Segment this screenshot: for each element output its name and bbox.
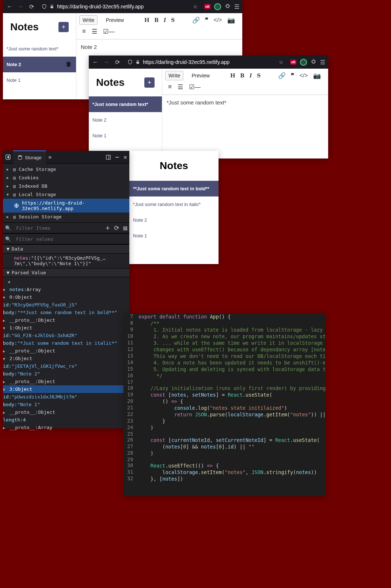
code-icon[interactable]: </>: [299, 72, 308, 79]
app-title: Notes: [129, 151, 219, 181]
reload-icon[interactable]: ⟳: [28, 3, 35, 10]
quote-icon[interactable]: ❞: [205, 16, 208, 24]
code-table: 7export default function App() {8 /**9 1…: [124, 313, 325, 482]
note-item[interactable]: Note 1: [89, 128, 162, 144]
image-icon[interactable]: 📷: [313, 72, 321, 80]
code-icon[interactable]: </>: [213, 16, 222, 24]
note-item[interactable]: Note 1: [129, 228, 219, 244]
back-icon[interactable]: ←: [6, 3, 13, 10]
bold-icon[interactable]: B: [240, 72, 244, 79]
kebab-icon[interactable]: ⋯: [113, 153, 121, 161]
note-item[interactable]: *Just some random text in italic*: [129, 196, 219, 212]
note-item[interactable]: Note 2: [89, 112, 162, 128]
quote-icon[interactable]: ❞: [291, 72, 294, 80]
url-bar[interactable]: https://darling-druid-32ec95.netlify.app…: [125, 57, 286, 67]
hamburger-icon[interactable]: ☰: [234, 3, 239, 10]
heading-icon[interactable]: H: [230, 72, 235, 79]
italic-icon[interactable]: I: [250, 72, 252, 79]
tree-session-storage[interactable]: ▶▤Session Storage: [3, 213, 129, 221]
link-icon[interactable]: 🔗: [278, 72, 286, 80]
extension-green-icon[interactable]: [300, 59, 307, 66]
tab-preview[interactable]: Preview: [189, 71, 213, 80]
tab-storage[interactable]: Storage: [13, 150, 46, 164]
url-bar[interactable]: https://darling-druid-32ec95.netlify.app…: [39, 2, 201, 11]
bold-icon[interactable]: B: [154, 16, 158, 24]
tree-origin[interactable]: https://darling-druid-32ec95.netlify.app: [3, 199, 129, 213]
close-icon[interactable]: ✕: [121, 153, 129, 161]
hamburger-icon[interactable]: ☰: [320, 59, 325, 66]
parsed-item-2[interactable]: ▼ 2:Object: [3, 355, 129, 362]
notes-list: *Just some random text* Note 2 🗑 Note 1: [3, 41, 76, 88]
star-icon[interactable]: ☆: [193, 4, 198, 9]
star-icon[interactable]: ☆: [279, 59, 284, 65]
app-title: Notes: [96, 77, 125, 88]
dock-icon[interactable]: [103, 154, 113, 160]
ulist-icon[interactable]: ≡: [82, 28, 86, 35]
parsed-notes-array[interactable]: ▼ notes:Array: [3, 286, 129, 293]
parsed-item-1[interactable]: ▼ 1:Object: [3, 324, 129, 332]
heading-icon[interactable]: H: [144, 16, 149, 24]
parsed-item-3-selected[interactable]: ▼ 3:Object: [3, 385, 129, 393]
shield-icon: [128, 60, 133, 65]
extensions-icon[interactable]: [225, 4, 231, 9]
refresh-icon[interactable]: ⟳: [112, 224, 121, 232]
note-item-active[interactable]: Note 2 🗑: [3, 57, 76, 72]
filter-values-input[interactable]: [13, 236, 129, 242]
forward-icon[interactable]: →: [17, 3, 24, 10]
reload-icon[interactable]: ⟳: [114, 58, 121, 66]
editor-content[interactable]: *Just some random text*: [162, 95, 328, 159]
ulist-icon[interactable]: ≡: [168, 83, 172, 91]
checklist-icon[interactable]: ☑―: [189, 83, 201, 91]
sidebar: Notes + *Just some random text* Note 2 🗑…: [3, 13, 76, 99]
more-tabs-icon[interactable]: »: [46, 153, 54, 161]
forward-icon[interactable]: →: [103, 58, 110, 66]
tab-write[interactable]: Write: [79, 15, 98, 25]
strike-icon[interactable]: S: [257, 72, 260, 79]
add-icon[interactable]: +: [104, 224, 112, 232]
tree-local-storage[interactable]: ▼▤Local Storage: [3, 190, 129, 199]
add-note-button[interactable]: +: [144, 77, 155, 88]
olist-icon[interactable]: ☰: [178, 83, 183, 91]
tree-indexed-db[interactable]: ▶▤Indexed DB: [3, 182, 129, 190]
app-title: Notes: [10, 21, 39, 33]
delete-all-icon[interactable]: ▤: [121, 224, 129, 232]
note-item[interactable]: Note 2: [129, 212, 219, 228]
extensions-icon[interactable]: [311, 59, 316, 65]
data-row[interactable]: notes:"[{\"id\":\"R3cyQmzPFVSg_…7m\",\"b…: [3, 253, 129, 268]
checklist-icon[interactable]: ☑―: [103, 28, 115, 35]
devtools-panel: Storage » ⋯ ✕ ▶▤Cache Storage ▶▤Cookies …: [3, 151, 129, 428]
filter-items-bar: 🔍 + ⟳ ▤: [3, 222, 129, 233]
extension-green-icon[interactable]: [214, 3, 221, 10]
notes-list: **Just some random text in bold** *Just …: [129, 181, 219, 244]
trash-icon[interactable]: 🗑: [66, 61, 72, 68]
svg-point-1: [18, 155, 22, 157]
link-icon[interactable]: 🔗: [192, 16, 200, 24]
inspector-icon[interactable]: [3, 154, 13, 160]
section-parsed[interactable]: ▼Parsed Value: [3, 268, 129, 277]
strike-icon[interactable]: S: [171, 16, 174, 24]
ublock-icon[interactable]: uB: [204, 4, 210, 9]
url-text: https://darling-druid-32ec95.netlify.app: [143, 59, 229, 65]
browser-window-b: ← → ⟳ https://darling-druid-32ec95.netli…: [89, 56, 328, 159]
note-item[interactable]: *Just some random text*: [3, 41, 76, 57]
back-icon[interactable]: ←: [92, 58, 99, 66]
parsed-proto[interactable]: ▶ __proto__:Object: [3, 316, 129, 324]
tab-write[interactable]: Write: [165, 71, 183, 80]
code-editor-pane[interactable]: 7export default function App() {8 /**9 1…: [124, 313, 325, 496]
section-data[interactable]: ▼Data: [3, 244, 129, 253]
note-item-active[interactable]: *Just some random text*: [89, 96, 162, 112]
add-note-button[interactable]: +: [58, 22, 69, 32]
tree-cache-storage[interactable]: ▶▤Cache Storage: [3, 165, 129, 173]
filter-items-input[interactable]: [13, 225, 104, 231]
olist-icon[interactable]: ☰: [92, 28, 97, 35]
parsed-item-0[interactable]: ▼ 0:Object: [3, 293, 129, 301]
note-item[interactable]: Note 1: [3, 72, 76, 88]
parsed-proto-array[interactable]: ▶ __proto__:Array: [3, 424, 129, 431]
ublock-icon[interactable]: uB: [290, 60, 296, 65]
svg-rect-2: [106, 155, 110, 159]
note-item-active[interactable]: **Just some random text in bold**: [129, 181, 219, 196]
italic-icon[interactable]: I: [164, 16, 166, 24]
tab-preview[interactable]: Preview: [103, 16, 127, 24]
image-icon[interactable]: 📷: [227, 16, 235, 24]
tree-cookies[interactable]: ▶▤Cookies: [3, 173, 129, 182]
